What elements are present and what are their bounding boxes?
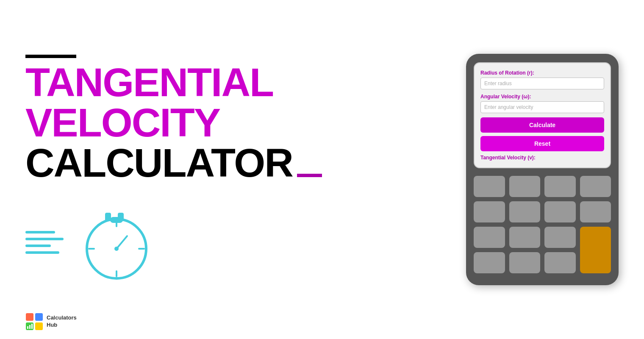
logo-icon [25, 313, 43, 331]
key-1[interactable] [474, 176, 505, 197]
speed-lines [25, 231, 64, 254]
reset-button[interactable]: Reset [480, 136, 604, 151]
key-13[interactable] [509, 252, 541, 273]
radius-input[interactable] [480, 78, 604, 89]
speed-line-3 [25, 245, 51, 247]
key-3[interactable] [544, 176, 576, 197]
calculate-button[interactable]: Calculate [480, 117, 604, 133]
title-line2: VELOCITY [25, 103, 322, 143]
title-line3: CALCULATOR [25, 143, 322, 183]
radius-label: Radius of Rotation (r): [480, 70, 604, 76]
speed-line-2 [25, 238, 64, 240]
key-11[interactable] [544, 227, 576, 248]
svg-rect-13 [35, 322, 43, 330]
stopwatch-illustration [25, 200, 322, 285]
left-section: TANGENTIAL VELOCITY CALCULATOR [25, 55, 322, 285]
speed-line-4 [25, 251, 59, 254]
svg-rect-2 [105, 213, 111, 221]
svg-rect-11 [35, 313, 43, 321]
svg-rect-15 [29, 325, 31, 329]
key-7[interactable] [544, 201, 576, 222]
svg-point-9 [114, 247, 119, 251]
angular-label: Angular Velocity (ω): [480, 94, 604, 100]
page-logo: Calculators Hub [25, 313, 77, 331]
logo-name: Calculators Hub [47, 314, 77, 329]
svg-rect-14 [27, 326, 28, 329]
key-4[interactable] [580, 176, 611, 197]
key-14[interactable] [544, 252, 576, 273]
key-6[interactable] [509, 201, 541, 222]
angular-velocity-input[interactable] [480, 101, 604, 113]
top-decorative-bar [25, 55, 76, 58]
key-9[interactable] [474, 227, 505, 248]
key-12[interactable] [474, 252, 505, 273]
svg-line-8 [117, 236, 127, 249]
result-label: Tangential Velocity (v): [480, 155, 604, 161]
title-line1: TANGENTIAL [25, 62, 322, 103]
key-10[interactable] [509, 227, 541, 248]
title-line3-text: CALCULATOR [25, 143, 293, 183]
svg-rect-10 [26, 313, 33, 321]
keypad [474, 176, 611, 273]
bottom-decorative-bar [297, 174, 322, 177]
stopwatch-svg [72, 200, 157, 285]
logo-line1: Calculators [47, 314, 77, 322]
calculator: Radius of Rotation (r): Angular Velocity… [466, 54, 619, 285]
svg-rect-3 [118, 213, 124, 221]
speed-line-1 [25, 231, 55, 233]
key-8[interactable] [580, 201, 611, 222]
logo-line2: Hub [47, 322, 77, 329]
calculator-wrapper: Radius of Rotation (r): Angular Velocity… [466, 54, 619, 285]
calculator-screen: Radius of Rotation (r): Angular Velocity… [474, 62, 611, 168]
key-2[interactable] [509, 176, 541, 197]
key-orange[interactable] [580, 227, 611, 273]
key-5[interactable] [474, 201, 505, 222]
svg-rect-16 [31, 324, 33, 329]
